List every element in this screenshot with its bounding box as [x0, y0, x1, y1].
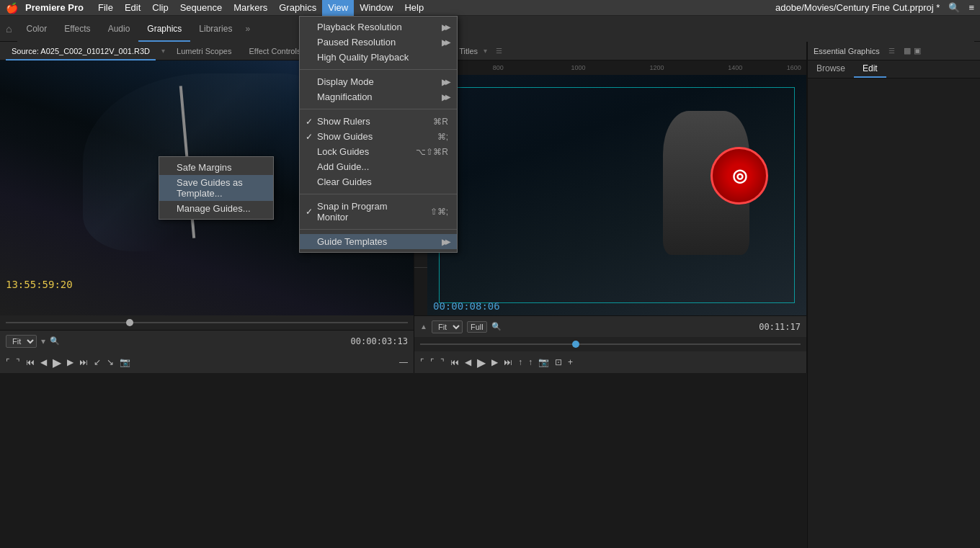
program-timecode: 00:00:08:06: [433, 300, 500, 312]
eg-icon-1[interactable]: ▦: [904, 46, 911, 55]
source-settings[interactable]: —: [399, 357, 408, 367]
source-fit-select[interactable]: Fit: [6, 335, 37, 348]
eg-browse-tab[interactable]: Browse: [808, 60, 854, 78]
source-insert[interactable]: ↙: [94, 357, 101, 367]
workspace-more[interactable]: »: [241, 24, 254, 34]
safe-margins-label: Safe Margins: [177, 162, 232, 173]
prog-camera[interactable]: 📷: [538, 357, 549, 367]
playback-res-label: Playback Resolution: [317, 22, 402, 32]
menu-hq-playback[interactable]: High Quality Playback: [300, 50, 457, 65]
menu-clip[interactable]: Clip: [146, 0, 174, 16]
menu-show-rulers[interactable]: Show Rulers ⌘R: [300, 114, 457, 129]
menu-save-guides-template[interactable]: Save Guides as Template...: [159, 175, 273, 201]
source-play[interactable]: ▶: [53, 356, 61, 369]
ruler-mark-4: 1200: [649, 64, 664, 71]
prog-add-marker[interactable]: ⌜: [420, 357, 424, 367]
prog-extract[interactable]: ↑: [528, 357, 533, 367]
program-zoom[interactable]: 🔍: [491, 322, 502, 331]
ruler-mark-6: 1600: [787, 64, 801, 71]
menu-clear-guides[interactable]: Clear Guides: [300, 174, 457, 189]
home-button[interactable]: ⌂: [6, 23, 12, 35]
source-controls: Fit ▾ 🔍 00:00:03:13: [0, 330, 414, 351]
eg-tabs: Browse Edit: [808, 60, 980, 78]
menu-snap-program[interactable]: Snap in Program Monitor ⇧⌘;: [300, 199, 457, 225]
source-camera[interactable]: 📷: [120, 357, 130, 367]
prog-step-back[interactable]: ◀: [465, 357, 471, 367]
source-step-back[interactable]: ◀: [40, 357, 47, 367]
search-icon[interactable]: 🔍: [948, 2, 960, 13]
prog-step-fwd[interactable]: ▶: [491, 357, 498, 367]
prog-next-edit[interactable]: ⏭: [504, 357, 512, 367]
source-zoom-btn[interactable]: 🔍: [50, 336, 60, 346]
effect-controls-tab[interactable]: Effect Controls: [243, 42, 306, 60]
display-mode-arrow: ▶: [427, 77, 448, 87]
menu-show-guides[interactable]: Show Guides ⌘;: [300, 129, 457, 144]
show-guides-label: Show Guides: [317, 131, 373, 142]
scrubber-bar[interactable]: [6, 322, 408, 323]
sep-1: [300, 69, 457, 70]
source-overwrite[interactable]: ↘: [107, 357, 114, 367]
menu-help[interactable]: Help: [398, 0, 429, 16]
source-fit-arrow: ▾: [41, 336, 45, 346]
prog-play[interactable]: ▶: [477, 356, 486, 369]
tab-libraries[interactable]: Libraries: [190, 16, 241, 42]
menu-view[interactable]: View: [322, 0, 354, 16]
menu-magnification[interactable]: Magnification ▶: [300, 89, 457, 104]
view-menu-dropdown[interactable]: Playback Resolution ▶ Paused Resolution …: [299, 16, 458, 253]
source-mark-in[interactable]: ⌜: [6, 357, 10, 367]
menu-safe-margins[interactable]: Safe Margins: [159, 160, 273, 175]
h-rule-5: [414, 267, 427, 268]
menu-add-guide[interactable]: Add Guide...: [300, 159, 457, 174]
eg-header: Essential Graphics ☰ ▦ ▣: [808, 42, 980, 60]
source-tab[interactable]: Source: A025_C002_01012V_001.R3D: [6, 42, 156, 60]
tab-audio[interactable]: Audio: [99, 16, 139, 42]
menu-display-mode[interactable]: Display Mode ▶: [300, 74, 457, 89]
prog-prev-edit[interactable]: ⏮: [450, 357, 459, 367]
program-scrubber-bar[interactable]: [420, 343, 801, 345]
prog-mark-in[interactable]: ⌜: [430, 357, 435, 367]
apple-menu[interactable]: 🍎: [6, 2, 18, 14]
menu-guide-templates[interactable]: Guide Templates ▶: [300, 234, 457, 249]
menu-sequence[interactable]: Sequence: [174, 0, 228, 16]
menu-window[interactable]: Window: [354, 0, 398, 16]
prog-fullscreen[interactable]: ⊡: [555, 357, 562, 367]
prog-mark-out[interactable]: ⌝: [440, 357, 445, 367]
menu-manage-guides[interactable]: Manage Guides...: [159, 201, 273, 216]
tab-color[interactable]: Color: [17, 16, 55, 42]
program-playhead-indicator: ▲: [420, 323, 427, 331]
menu-edit[interactable]: Edit: [119, 0, 146, 16]
source-scrubber[interactable]: [0, 315, 414, 330]
menu-playback-resolution[interactable]: Playback Resolution ▶: [300, 19, 457, 35]
program-scrubber-pos[interactable]: [572, 341, 579, 348]
source-mark-out[interactable]: ⌝: [16, 357, 20, 367]
source-step-fwd[interactable]: ▶: [67, 357, 74, 367]
lumetri-tab[interactable]: Lumetri Scopes: [171, 42, 237, 60]
program-scrubber[interactable]: [414, 337, 806, 351]
app-toolbar: ⌂ Color Effects Audio Graphics Libraries…: [0, 16, 980, 42]
source-prev-marker[interactable]: ⏮: [26, 357, 35, 367]
guide-templates-submenu[interactable]: Safe Margins Save Guides as Template... …: [159, 156, 274, 220]
prog-lift[interactable]: ↑: [518, 357, 522, 367]
menu-file[interactable]: File: [92, 0, 119, 16]
prog-settings[interactable]: +: [568, 357, 573, 367]
eg-edit-tab[interactable]: Edit: [854, 60, 886, 78]
ruler-mark-2: 800: [493, 64, 504, 71]
scrubber-position[interactable]: [126, 319, 133, 326]
playback-res-arrow: ▶: [427, 22, 448, 32]
menu-paused-resolution[interactable]: Paused Resolution ▶: [300, 35, 457, 50]
display-mode-label: Display Mode: [317, 76, 374, 87]
eg-icon-2[interactable]: ▣: [914, 46, 921, 55]
source-next-marker[interactable]: ⏭: [79, 357, 88, 367]
add-guide-label: Add Guide...: [317, 161, 369, 172]
tab-graphics[interactable]: Graphics: [138, 16, 190, 42]
program-fit-select[interactable]: Fit: [432, 320, 463, 333]
menu-graphics[interactable]: Graphics: [273, 0, 322, 16]
program-bottom-controls: ⌜ ⌜ ⌝ ⏮ ◀ ▶ ▶ ⏭ ↑ ↑ 📷 ⊡ +: [414, 351, 806, 373]
eg-menu-icon[interactable]: ☰: [888, 47, 895, 55]
program-quality-select[interactable]: Full: [467, 321, 487, 333]
tab-effects[interactable]: Effects: [55, 16, 99, 42]
list-icon[interactable]: ≡: [968, 2, 974, 13]
ruler-content: 600 800 1000 1200 1400 1600: [414, 60, 806, 75]
menu-markers[interactable]: Markers: [228, 0, 273, 16]
menu-lock-guides[interactable]: Lock Guides ⌥⇧⌘R: [300, 144, 457, 159]
